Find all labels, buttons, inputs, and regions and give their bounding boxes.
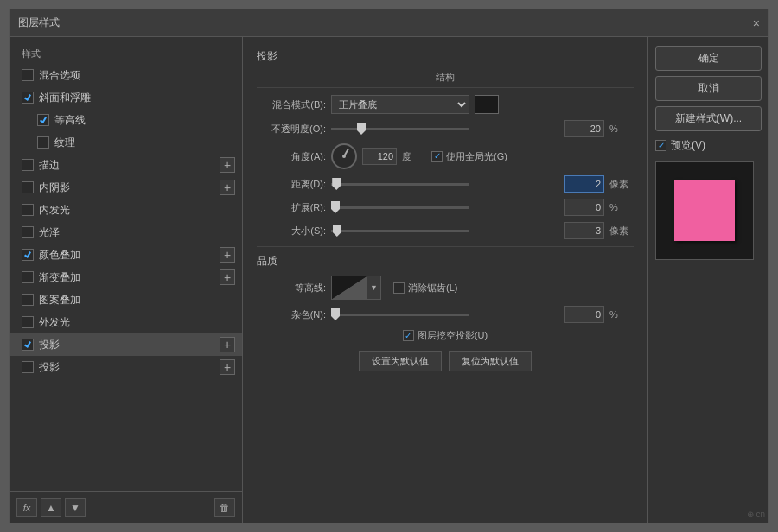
close-button[interactable]: × xyxy=(753,17,760,29)
drop-shadow-2-checkbox[interactable] xyxy=(22,361,34,373)
opacity-unit: % xyxy=(609,124,634,134)
distance-unit: 像素 xyxy=(609,178,634,191)
sidebar-item-gradient-overlay[interactable]: 渐变叠加 + xyxy=(10,266,242,288)
angle-line xyxy=(343,149,349,157)
color-overlay-add-button[interactable]: + xyxy=(220,247,235,263)
sidebar-item-drop-shadow-2[interactable]: 投影 + xyxy=(10,356,242,378)
panel-top-label: 投影 xyxy=(257,49,634,64)
gradient-overlay-add-button[interactable]: + xyxy=(220,269,235,285)
texture-checkbox[interactable] xyxy=(37,136,49,149)
new-style-button[interactable]: 新建样式(W)... xyxy=(655,106,762,131)
angle-input[interactable] xyxy=(362,148,397,165)
dialog-body: 样式 混合选项 斜面和浮雕 等高线 xyxy=(10,37,768,522)
down-icon: ▼ xyxy=(70,502,80,514)
size-slider[interactable] xyxy=(331,230,469,232)
sidebar-item-contour[interactable]: 等高线 xyxy=(10,109,242,131)
distance-input[interactable] xyxy=(564,175,604,193)
quality-contour-row: 等高线: ▼ 消除锯齿(L) xyxy=(257,276,634,300)
spread-input[interactable] xyxy=(564,199,604,216)
distance-label: 距离(D): xyxy=(257,178,326,191)
size-unit: 像素 xyxy=(609,225,634,238)
structure-label: 结构 xyxy=(257,71,634,88)
sidebar-item-drop-shadow-1[interactable]: 投影 + xyxy=(10,333,242,356)
title-bar: 图层样式 × xyxy=(10,10,768,37)
anti-alias-checkbox[interactable] xyxy=(393,282,405,294)
contour-preview[interactable] xyxy=(331,276,367,300)
bevel-checkbox[interactable] xyxy=(22,92,34,104)
sidebar-item-stroke[interactable]: 描边 + xyxy=(10,154,242,176)
move-down-button[interactable]: ▼ xyxy=(65,498,86,517)
pattern-overlay-checkbox[interactable] xyxy=(22,294,34,306)
reset-default-button[interactable]: 复位为默认值 xyxy=(449,351,532,371)
styles-section-label: 样式 xyxy=(10,44,242,64)
sidebar-item-blending[interactable]: 混合选项 xyxy=(10,64,242,86)
size-label: 大小(S): xyxy=(257,225,326,238)
center-panel: 投影 结构 混合模式(B): 正片叠底 不透明度(O): % xyxy=(243,37,647,522)
blend-color-swatch[interactable] xyxy=(475,95,499,114)
distance-slider-container xyxy=(331,183,559,186)
outer-glow-checkbox[interactable] xyxy=(22,316,34,328)
sidebar-item-texture[interactable]: 纹理 xyxy=(10,131,242,154)
spread-slider[interactable] xyxy=(331,206,469,209)
contour-checkbox[interactable] xyxy=(37,114,49,126)
sidebar-item-inner-glow[interactable]: 内发光 xyxy=(10,199,242,221)
satin-checkbox[interactable] xyxy=(22,226,34,238)
fx-label: fx xyxy=(23,503,31,513)
blend-mode-row: 混合模式(B): 正片叠底 xyxy=(257,95,634,114)
drop-shadow-1-checkbox[interactable] xyxy=(22,339,34,351)
cancel-button[interactable]: 取消 xyxy=(655,76,762,101)
angle-widget[interactable] xyxy=(331,143,357,169)
stroke-add-button[interactable]: + xyxy=(220,157,235,173)
drop-shadow-2-add-button[interactable]: + xyxy=(220,359,235,375)
inner-shadow-add-button[interactable]: + xyxy=(220,180,235,195)
move-up-button[interactable]: ▲ xyxy=(41,498,61,517)
distance-slider[interactable] xyxy=(331,183,469,186)
drop-shadow-1-add-button[interactable]: + xyxy=(220,337,235,352)
inner-shadow-label: 内阴影 xyxy=(39,180,220,195)
stroke-checkbox[interactable] xyxy=(22,159,34,171)
set-default-button[interactable]: 设置为默认值 xyxy=(359,351,442,371)
noise-label: 杂色(N): xyxy=(257,308,326,321)
anti-alias-text: 消除锯齿(L) xyxy=(408,282,457,294)
sidebar-item-color-overlay[interactable]: 颜色叠加 + xyxy=(10,244,242,266)
spread-unit: % xyxy=(609,202,634,212)
hollow-text: 图层挖空投影(U) xyxy=(418,329,488,342)
blend-mode-select[interactable]: 正片叠底 xyxy=(331,95,469,114)
sidebar-item-inner-shadow[interactable]: 内阴影 + xyxy=(10,176,242,199)
sidebar-item-bevel[interactable]: 斜面和浮雕 xyxy=(10,86,242,109)
sidebar-item-outer-glow[interactable]: 外发光 xyxy=(10,311,242,333)
ok-button[interactable]: 确定 xyxy=(655,46,762,71)
dialog: 图层样式 × 样式 混合选项 斜面和浮雕 等高线 xyxy=(9,9,769,523)
sidebar-item-pattern-overlay[interactable]: 图案叠加 xyxy=(10,288,242,311)
opacity-input[interactable] xyxy=(564,120,604,137)
hollow-checkbox[interactable] xyxy=(403,330,414,341)
size-slider-container xyxy=(331,230,559,232)
size-row: 大小(S): 像素 xyxy=(257,222,634,239)
layers-list: 样式 混合选项 斜面和浮雕 等高线 xyxy=(10,37,242,491)
right-panel: 确定 取消 新建样式(W)... 预览(V) ⊕ cn xyxy=(647,37,768,522)
sidebar-item-satin[interactable]: 光泽 xyxy=(10,221,242,244)
size-input[interactable] xyxy=(564,222,604,239)
noise-slider[interactable] xyxy=(331,314,469,316)
fx-button[interactable]: fx xyxy=(16,498,37,517)
noise-input[interactable] xyxy=(564,306,604,323)
hollow-label[interactable]: 图层挖空投影(U) xyxy=(403,329,488,342)
blending-checkbox[interactable] xyxy=(22,69,34,81)
inner-shadow-checkbox[interactable] xyxy=(22,181,34,193)
section-divider xyxy=(257,246,634,247)
inner-glow-checkbox[interactable] xyxy=(22,204,34,216)
contour-select[interactable]: ▼ xyxy=(331,276,381,300)
use-global-light-label[interactable]: 使用全局光(G) xyxy=(431,150,507,163)
opacity-slider[interactable] xyxy=(331,128,469,130)
preview-checkbox[interactable] xyxy=(655,140,666,151)
anti-alias-label[interactable]: 消除锯齿(L) xyxy=(393,282,457,294)
color-overlay-checkbox[interactable] xyxy=(22,249,34,261)
up-icon: ▲ xyxy=(46,502,56,514)
inner-glow-label: 内发光 xyxy=(39,203,235,218)
use-global-light-checkbox[interactable] xyxy=(431,151,443,162)
delete-button[interactable]: 🗑 xyxy=(214,498,235,517)
bevel-label: 斜面和浮雕 xyxy=(39,91,235,105)
contour-dropdown-arrow[interactable]: ▼ xyxy=(367,276,381,300)
preview-pink-square xyxy=(674,180,735,241)
gradient-overlay-checkbox[interactable] xyxy=(22,271,34,283)
